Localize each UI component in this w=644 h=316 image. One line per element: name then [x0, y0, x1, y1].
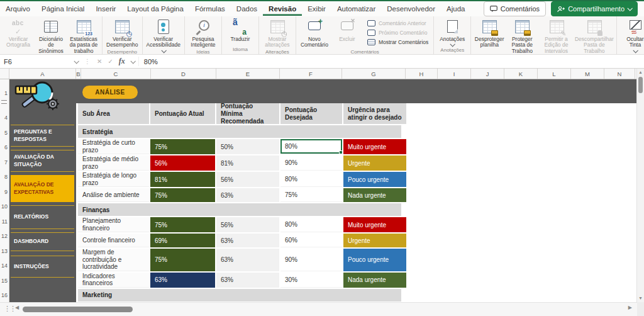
pontuacao-desejada-cell[interactable]: 80% [280, 172, 342, 187]
urgencia-cell[interactable]: Muito urgente [343, 139, 406, 154]
row-header-7[interactable]: 7 [4, 159, 8, 166]
subarea-cell[interactable]: Estratégia de curto prazo [78, 139, 149, 154]
sidebar-item-relat-rios[interactable]: RELATÓRIOS [11, 205, 74, 229]
mostrar-comentários-button[interactable]: Mostrar Comentários [365, 38, 430, 47]
pontuacao-atual-cell[interactable]: 56% [150, 155, 215, 171]
scroll-up-icon[interactable]: ▲ [637, 69, 644, 76]
row-header-16[interactable]: 16 [1, 292, 8, 298]
pesquisa-inteligente-button[interactable]: Pesquisa Inteligente [187, 18, 219, 48]
column-header-N[interactable]: N [604, 69, 635, 79]
subarea-cell[interactable]: Controle financeiro [78, 234, 149, 247]
chevron-down-icon[interactable] [130, 59, 135, 64]
pontuacao-atual-cell[interactable]: 75% [150, 249, 215, 271]
row-header-10[interactable]: 10 [1, 203, 8, 210]
verificar-desempenho-button[interactable]: Verificar Desempenho [104, 18, 140, 48]
pontuacao-desejada-cell[interactable]: 30% [280, 273, 342, 288]
pontuacao-minima-cell[interactable]: 56% [216, 172, 279, 187]
subarea-cell[interactable]: Margem de contribuição e lucratividade [78, 249, 149, 271]
urgencia-cell[interactable]: Pouco urgente [343, 172, 406, 187]
menu-tab-layout-da-página[interactable]: Layout da Página [121, 2, 189, 16]
select-all-corner[interactable] [0, 69, 9, 79]
menu-tab-arquivo[interactable]: Arquivo [0, 2, 36, 16]
analysis-pill-button[interactable]: ANÁLISE [82, 86, 138, 99]
subarea-cell[interactable]: Indicadores financeiros [78, 273, 149, 288]
column-header-J[interactable]: J [471, 69, 504, 79]
pontuacao-atual-cell[interactable]: 75% [150, 217, 215, 232]
traduzir-button[interactable]: Traduzir [224, 18, 257, 46]
pontuacao-desejada-cell[interactable]: 60% [280, 234, 342, 247]
pontuacao-atual-cell[interactable]: 69% [150, 234, 215, 247]
subarea-cell[interactable]: Estratégia de médio prazo [78, 155, 149, 171]
pontuacao-desejada-cell[interactable]: 90% [280, 155, 342, 171]
pontuacao-desejada-cell[interactable]: 80% [280, 217, 342, 232]
vertical-scrollbar[interactable]: ▲ ▼ [636, 69, 644, 302]
sidebar-item-perguntas-e-respostas[interactable]: PERGUNTAS E RESPOSTAS [11, 125, 74, 147]
column-header-H[interactable]: H [406, 69, 438, 79]
horizontal-scroll-thumb[interactable] [23, 307, 133, 312]
row-header-1[interactable]: 1 [4, 90, 8, 96]
menu-tab-inserir[interactable]: Inserir [90, 2, 121, 16]
urgencia-cell[interactable]: Urgente [343, 155, 406, 171]
proteger-pasta-de-trabalho-button[interactable]: Proteger Pasta de Trabalho [506, 18, 538, 54]
column-header-B[interactable]: B [76, 69, 81, 79]
urgencia-cell[interactable]: Pouco urgente [343, 249, 406, 271]
column-header-G[interactable]: G [342, 69, 406, 79]
row-header-6[interactable]: 6 [4, 144, 8, 150]
subarea-cell[interactable]: Análise de ambiente [78, 188, 149, 202]
column-header-E[interactable]: E [216, 69, 280, 79]
column-header-A[interactable]: A [9, 69, 76, 79]
column-header-F[interactable]: F [280, 69, 342, 79]
row-header-5[interactable]: 5 [4, 130, 8, 136]
row-header-13[interactable]: 13 [1, 248, 8, 254]
pontuacao-minima-cell[interactable]: 63% [216, 273, 279, 288]
sidebar-item-avalia-o-de-expectativas[interactable]: AVALIAÇÃO DE EXPECTATIVAS [11, 175, 74, 202]
share-button[interactable]: Compartilhamento [551, 1, 638, 16]
row-header-14[interactable]: 14 [1, 262, 8, 269]
vertical-scroll-thumb[interactable] [638, 77, 643, 93]
anotações-button[interactable]: Anotações [436, 18, 469, 47]
menu-tab-página-inicial[interactable]: Página Inicial [36, 2, 90, 16]
column-header-D[interactable]: D [151, 69, 216, 79]
pontuacao-atual-cell[interactable]: 63% [150, 273, 215, 288]
subarea-cell[interactable]: Planejamento financeiro [78, 217, 149, 232]
novo-comentário-button[interactable]: Novo Comentário [298, 18, 331, 48]
row-header-4[interactable]: 4 [4, 115, 8, 121]
row-header-9[interactable]: 9 [4, 189, 8, 195]
column-header-I[interactable]: I [438, 69, 471, 79]
column-header-L[interactable]: L [538, 69, 571, 79]
pontuacao-minima-cell[interactable]: 56% [216, 217, 279, 232]
pontuacao-minima-cell[interactable]: 81% [216, 155, 279, 171]
menu-tab-exibir[interactable]: Exibir [302, 2, 331, 16]
scroll-left-icon[interactable]: ◀ [15, 305, 19, 310]
formula-input[interactable]: 80% [139, 58, 158, 65]
pontuacao-desejada-cell[interactable]: 90% [280, 249, 342, 271]
menu-tab-dados[interactable]: Dados [231, 2, 263, 16]
menu-tab-fórmulas[interactable]: Fórmulas [189, 2, 231, 16]
urgencia-cell[interactable]: Nada urgente [343, 188, 406, 202]
urgencia-cell[interactable]: Urgente [343, 234, 406, 247]
name-box[interactable]: F6 [0, 55, 82, 68]
cancel-icon[interactable]: ✕ [97, 58, 102, 65]
insert-function-icon[interactable]: fx [119, 57, 125, 66]
pontuacao-minima-cell[interactable]: 50% [216, 139, 279, 154]
estatísticas-da-pasta-de-trabalho-button[interactable]: Estatísticas da pasta de trabalho [67, 18, 100, 54]
pontuacao-minima-cell[interactable]: 63% [216, 234, 279, 247]
scrollbar-grip[interactable]: ⋮⋮ [4, 305, 15, 313]
pontuacao-desejada-cell[interactable]: 75% [280, 188, 342, 202]
pontuacao-minima-cell[interactable]: 63% [216, 188, 279, 202]
row-header-8[interactable]: 8 [4, 174, 8, 180]
menu-tab-desenvolvedor[interactable]: Desenvolvedor [381, 2, 441, 16]
horizontal-scrollbar[interactable]: ⋮⋮ ◀ ▶ [0, 302, 637, 316]
column-header-C[interactable]: C [81, 69, 151, 79]
row-header-15[interactable]: 15 [1, 278, 8, 284]
enter-icon[interactable]: ✓ [108, 58, 113, 65]
sidebar-item-dashboard[interactable]: DASHBOARD [11, 232, 74, 251]
desproteger-planilha-button[interactable]: Desproteger planilha [473, 18, 506, 54]
pontuacao-atual-cell[interactable]: 81% [150, 172, 215, 187]
selected-cell-f6[interactable]: 80% [280, 139, 342, 154]
scroll-right-icon[interactable]: ▶ [628, 305, 632, 310]
menu-tab-ajuda[interactable]: Ajuda [441, 2, 470, 16]
ocultar-tinta-button[interactable]: Ocultar Tinta [619, 18, 644, 53]
urgencia-cell[interactable]: Muito urgente [343, 217, 406, 232]
scroll-down-icon[interactable]: ▼ [637, 295, 644, 302]
